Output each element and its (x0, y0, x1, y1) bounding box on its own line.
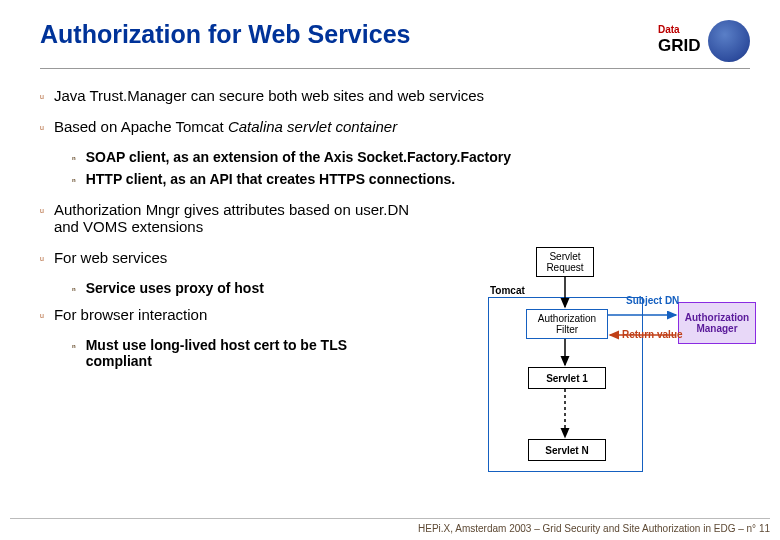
box-servlet-1: Servlet 1 (528, 367, 606, 389)
bullet-text: For browser interaction (54, 306, 207, 323)
box-auth-manager: Authorization Manager (678, 302, 756, 344)
datagrid-logo: Data GRID (658, 20, 750, 62)
label-return-value: Return value (622, 329, 683, 340)
slide-footer: HEPi.X, Amsterdam 2003 – Grid Security a… (10, 518, 770, 534)
bullet-icon: u (40, 124, 44, 135)
box-servlet-request: Servlet Request (536, 247, 594, 277)
bullet-3: u Authorization Mngr gives attributes ba… (40, 201, 420, 235)
bullet-text: Java Trust.Manager can secure both web s… (54, 87, 484, 104)
slide-content: u Java Trust.Manager can secure both web… (40, 87, 750, 369)
bullet-2: u Based on Apache Tomcat Catalina servle… (40, 118, 750, 135)
bullet-1: u Java Trust.Manager can secure both web… (40, 87, 750, 104)
bullet-icon: u (40, 312, 44, 323)
bullet-text: Based on Apache Tomcat Catalina servlet … (54, 118, 397, 135)
box-servlet-n: Servlet N (528, 439, 606, 461)
bullet-icon: u (40, 255, 44, 266)
bullet-icon: n (72, 286, 76, 296)
sub-bullet-4a: n Service uses proxy of host (72, 280, 452, 296)
bullet-icon: n (72, 177, 76, 187)
slide-title: Authorization for Web Services (40, 20, 410, 49)
slide-header: Authorization for Web Services Data GRID (40, 20, 750, 69)
bullet-4: u For web services (40, 249, 420, 266)
logo-top-text: Data (658, 24, 680, 35)
sub-bullet-2b: n HTTP client, as an API that creates HT… (72, 171, 750, 187)
architecture-diagram: Servlet Request Tomcat Authorization Fil… (438, 247, 758, 477)
globe-icon (708, 20, 750, 62)
logo-main-text: GRID (658, 36, 701, 56)
bullet-text: For web services (54, 249, 167, 266)
label-tomcat: Tomcat (490, 285, 525, 296)
bullet-icon: n (72, 155, 76, 165)
sub-bullet-2a: n SOAP client, as an extension of the Ax… (72, 149, 750, 165)
bullet-text: Service uses proxy of host (86, 280, 264, 296)
bullet-5: u For browser interaction (40, 306, 420, 323)
bullet-icon: u (40, 207, 44, 235)
bullet-text: Authorization Mngr gives attributes base… (54, 201, 420, 235)
bullet-icon: n (72, 343, 76, 369)
box-auth-filter: Authorization Filter (526, 309, 608, 339)
sub-bullet-5a: n Must use long-lived host cert to be TL… (72, 337, 372, 369)
bullet-text: Must use long-lived host cert to be TLS … (86, 337, 372, 369)
bullet-text: HTTP client, as an API that creates HTTP… (86, 171, 456, 187)
bullet-text: SOAP client, as an extension of the Axis… (86, 149, 511, 165)
bullet-icon: u (40, 93, 44, 104)
label-subject-dn: Subject DN (626, 295, 679, 306)
